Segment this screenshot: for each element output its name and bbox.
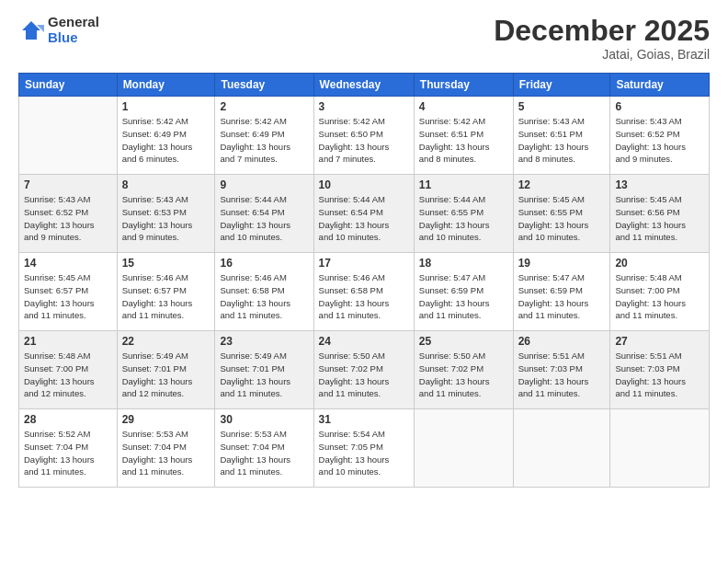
day-number: 1	[122, 100, 210, 113]
title-block: December 2025 Jatai, Goias, Brazil	[494, 15, 710, 62]
calendar-week-row: 1Sunrise: 5:42 AM Sunset: 6:49 PM Daylig…	[19, 97, 710, 175]
day-info: Sunrise: 5:43 AM Sunset: 6:53 PM Dayligh…	[122, 193, 210, 244]
calendar-day-cell: 17Sunrise: 5:46 AM Sunset: 6:58 PM Dayli…	[313, 253, 414, 331]
calendar-day-cell: 9Sunrise: 5:44 AM Sunset: 6:54 PM Daylig…	[215, 175, 313, 253]
day-number: 10	[319, 178, 409, 191]
calendar-day-cell: 1Sunrise: 5:42 AM Sunset: 6:49 PM Daylig…	[117, 97, 215, 175]
col-saturday: Saturday	[610, 74, 710, 97]
svg-marker-0	[22, 21, 40, 40]
day-number: 3	[319, 100, 409, 113]
day-info: Sunrise: 5:46 AM Sunset: 6:57 PM Dayligh…	[122, 271, 210, 322]
day-number: 5	[518, 100, 606, 113]
calendar-day-cell: 26Sunrise: 5:51 AM Sunset: 7:03 PM Dayli…	[513, 331, 610, 409]
day-number: 7	[24, 178, 112, 191]
day-info: Sunrise: 5:46 AM Sunset: 6:58 PM Dayligh…	[220, 271, 308, 322]
calendar-week-row: 7Sunrise: 5:43 AM Sunset: 6:52 PM Daylig…	[19, 175, 710, 253]
day-info: Sunrise: 5:50 AM Sunset: 7:02 PM Dayligh…	[319, 350, 409, 400]
day-info: Sunrise: 5:47 AM Sunset: 6:59 PM Dayligh…	[518, 271, 606, 322]
day-info: Sunrise: 5:44 AM Sunset: 6:55 PM Dayligh…	[419, 193, 508, 244]
calendar-day-cell: 20Sunrise: 5:48 AM Sunset: 7:00 PM Dayli…	[610, 253, 710, 331]
day-number: 19	[518, 257, 606, 270]
calendar-day-cell: 27Sunrise: 5:51 AM Sunset: 7:03 PM Dayli…	[610, 331, 710, 409]
col-friday: Friday	[513, 74, 610, 97]
day-number: 30	[220, 413, 308, 426]
col-tuesday: Tuesday	[215, 74, 313, 97]
calendar-day-cell: 8Sunrise: 5:43 AM Sunset: 6:53 PM Daylig…	[117, 175, 215, 253]
day-number: 29	[122, 413, 210, 426]
calendar-day-cell	[414, 409, 513, 488]
day-info: Sunrise: 5:51 AM Sunset: 7:03 PM Dayligh…	[518, 350, 606, 400]
calendar-day-cell: 10Sunrise: 5:44 AM Sunset: 6:54 PM Dayli…	[313, 175, 414, 253]
day-number: 21	[24, 335, 112, 348]
logo-text: General Blue	[48, 15, 99, 45]
calendar-day-cell: 12Sunrise: 5:45 AM Sunset: 6:55 PM Dayli…	[513, 175, 610, 253]
day-number: 22	[122, 335, 210, 348]
day-number: 31	[319, 413, 409, 426]
logo: General Blue	[18, 15, 99, 45]
location: Jatai, Goias, Brazil	[494, 47, 710, 62]
day-number: 17	[319, 257, 409, 270]
calendar-day-cell: 13Sunrise: 5:45 AM Sunset: 6:56 PM Dayli…	[610, 175, 710, 253]
day-info: Sunrise: 5:50 AM Sunset: 7:02 PM Dayligh…	[419, 350, 508, 400]
calendar-day-cell: 3Sunrise: 5:42 AM Sunset: 6:50 PM Daylig…	[313, 97, 414, 175]
day-info: Sunrise: 5:42 AM Sunset: 6:50 PM Dayligh…	[319, 115, 409, 166]
day-info: Sunrise: 5:54 AM Sunset: 7:05 PM Dayligh…	[319, 428, 409, 478]
day-info: Sunrise: 5:48 AM Sunset: 7:00 PM Dayligh…	[615, 271, 704, 322]
day-info: Sunrise: 5:48 AM Sunset: 7:00 PM Dayligh…	[24, 350, 112, 400]
day-number: 23	[220, 335, 308, 348]
col-monday: Monday	[117, 74, 215, 97]
calendar-day-cell: 19Sunrise: 5:47 AM Sunset: 6:59 PM Dayli…	[513, 253, 610, 331]
calendar-day-cell: 11Sunrise: 5:44 AM Sunset: 6:55 PM Dayli…	[414, 175, 513, 253]
day-info: Sunrise: 5:49 AM Sunset: 7:01 PM Dayligh…	[220, 350, 308, 400]
day-number: 24	[319, 335, 409, 348]
col-sunday: Sunday	[19, 74, 118, 97]
calendar-week-row: 21Sunrise: 5:48 AM Sunset: 7:00 PM Dayli…	[19, 331, 710, 409]
calendar-day-cell: 15Sunrise: 5:46 AM Sunset: 6:57 PM Dayli…	[117, 253, 215, 331]
day-info: Sunrise: 5:52 AM Sunset: 7:04 PM Dayligh…	[24, 428, 112, 478]
calendar-day-cell: 16Sunrise: 5:46 AM Sunset: 6:58 PM Dayli…	[215, 253, 313, 331]
day-info: Sunrise: 5:53 AM Sunset: 7:04 PM Dayligh…	[122, 428, 210, 478]
day-number: 15	[122, 257, 210, 270]
page: General Blue December 2025 Jatai, Goias,…	[0, 0, 728, 563]
day-info: Sunrise: 5:49 AM Sunset: 7:01 PM Dayligh…	[122, 350, 210, 400]
day-number: 6	[615, 100, 704, 113]
day-number: 20	[615, 257, 704, 270]
day-info: Sunrise: 5:42 AM Sunset: 6:49 PM Dayligh…	[220, 115, 308, 166]
calendar-day-cell: 23Sunrise: 5:49 AM Sunset: 7:01 PM Dayli…	[215, 331, 313, 409]
day-info: Sunrise: 5:53 AM Sunset: 7:04 PM Dayligh…	[220, 428, 308, 478]
calendar-week-row: 28Sunrise: 5:52 AM Sunset: 7:04 PM Dayli…	[19, 409, 710, 488]
day-info: Sunrise: 5:43 AM Sunset: 6:51 PM Dayligh…	[518, 115, 606, 166]
day-number: 8	[122, 178, 210, 191]
calendar-body: 1Sunrise: 5:42 AM Sunset: 6:49 PM Daylig…	[19, 97, 710, 488]
calendar-header: Sunday Monday Tuesday Wednesday Thursday…	[19, 74, 710, 97]
calendar-day-cell: 18Sunrise: 5:47 AM Sunset: 6:59 PM Dayli…	[414, 253, 513, 331]
header-row: Sunday Monday Tuesday Wednesday Thursday…	[19, 74, 710, 97]
logo-general-text: General	[48, 15, 99, 30]
col-thursday: Thursday	[414, 74, 513, 97]
day-number: 28	[24, 413, 112, 426]
day-number: 4	[419, 100, 508, 113]
day-number: 12	[518, 178, 606, 191]
day-number: 2	[220, 100, 308, 113]
day-info: Sunrise: 5:45 AM Sunset: 6:57 PM Dayligh…	[24, 271, 112, 322]
calendar-day-cell: 31Sunrise: 5:54 AM Sunset: 7:05 PM Dayli…	[313, 409, 414, 488]
day-number: 9	[220, 178, 308, 191]
day-info: Sunrise: 5:43 AM Sunset: 6:52 PM Dayligh…	[615, 115, 704, 166]
day-info: Sunrise: 5:43 AM Sunset: 6:52 PM Dayligh…	[24, 193, 112, 244]
day-info: Sunrise: 5:51 AM Sunset: 7:03 PM Dayligh…	[615, 350, 704, 400]
day-info: Sunrise: 5:42 AM Sunset: 6:49 PM Dayligh…	[122, 115, 210, 166]
calendar-day-cell: 6Sunrise: 5:43 AM Sunset: 6:52 PM Daylig…	[610, 97, 710, 175]
day-number: 13	[615, 178, 704, 191]
calendar-day-cell	[610, 409, 710, 488]
calendar-day-cell: 14Sunrise: 5:45 AM Sunset: 6:57 PM Dayli…	[19, 253, 118, 331]
day-number: 11	[419, 178, 508, 191]
day-number: 25	[419, 335, 508, 348]
day-info: Sunrise: 5:45 AM Sunset: 6:55 PM Dayligh…	[518, 193, 606, 244]
calendar-day-cell: 2Sunrise: 5:42 AM Sunset: 6:49 PM Daylig…	[215, 97, 313, 175]
calendar-day-cell: 28Sunrise: 5:52 AM Sunset: 7:04 PM Dayli…	[19, 409, 118, 488]
calendar-day-cell: 5Sunrise: 5:43 AM Sunset: 6:51 PM Daylig…	[513, 97, 610, 175]
day-info: Sunrise: 5:44 AM Sunset: 6:54 PM Dayligh…	[220, 193, 308, 244]
calendar-day-cell: 22Sunrise: 5:49 AM Sunset: 7:01 PM Dayli…	[117, 331, 215, 409]
day-info: Sunrise: 5:46 AM Sunset: 6:58 PM Dayligh…	[319, 271, 409, 322]
day-number: 18	[419, 257, 508, 270]
